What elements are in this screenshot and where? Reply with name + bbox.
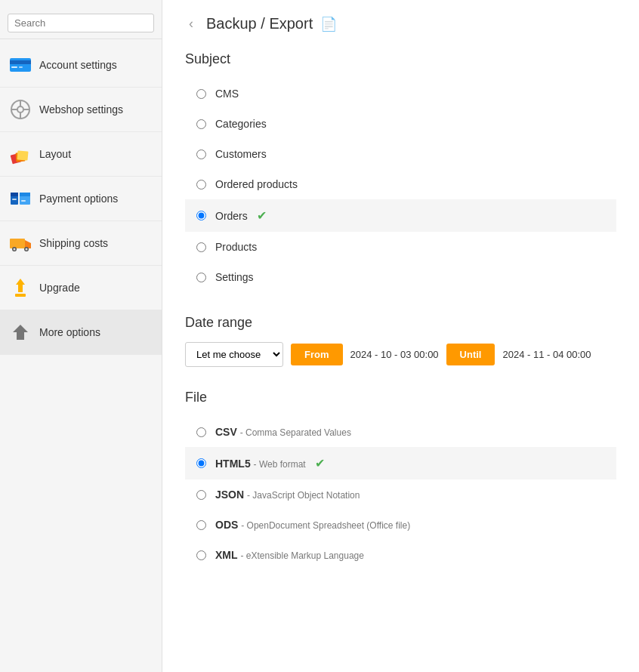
file-label-csv: CSV - Comma Separated Values xyxy=(215,426,351,438)
svg-rect-17 xyxy=(21,200,26,202)
subject-radio-settings[interactable] xyxy=(196,273,206,282)
sidebar: Account settings Webshop settings La xyxy=(0,0,162,672)
svg-point-24 xyxy=(26,248,28,251)
svg-point-5 xyxy=(17,106,23,113)
subject-radio-customers[interactable] xyxy=(196,150,206,159)
file-radio-group: CSV - Comma Separated Values HTML5 - Web… xyxy=(185,417,616,570)
main-content: ‹ Backup / Export 📄 Subject CMS Categori… xyxy=(162,0,639,672)
subject-radio-cms[interactable] xyxy=(196,89,206,99)
subject-option-customers[interactable]: Customers xyxy=(185,139,616,169)
subject-radio-ordered-products[interactable] xyxy=(196,180,206,190)
date-range-controls: Let me choose Today This week This month… xyxy=(185,342,616,367)
svg-rect-26 xyxy=(15,294,26,297)
subject-radio-products[interactable] xyxy=(196,242,206,252)
header-row: ‹ Backup / Export 📄 xyxy=(185,15,616,32)
until-value: 2024 - 11 - 04 00:00 xyxy=(502,349,591,360)
date-range-select[interactable]: Let me choose Today This week This month xyxy=(185,342,283,367)
sidebar-item-layout[interactable]: Layout xyxy=(0,132,162,177)
svg-rect-18 xyxy=(12,199,17,200)
svg-marker-25 xyxy=(16,279,25,292)
file-option-html5[interactable]: HTML5 - Web format ✔ xyxy=(185,447,616,479)
sidebar-item-more-options[interactable]: More options xyxy=(0,310,162,355)
file-label-xml: XML - eXtensible Markup Language xyxy=(215,549,364,561)
svg-rect-1 xyxy=(10,60,31,64)
sidebar-label-shipping-costs: Shipping costs xyxy=(39,237,108,249)
file-option-csv[interactable]: CSV - Comma Separated Values xyxy=(185,417,616,447)
page-title-icon: 📄 xyxy=(320,16,337,32)
svg-rect-12 xyxy=(17,150,29,160)
subject-option-categories[interactable]: Categories xyxy=(185,109,616,139)
page-title: Backup / Export 📄 xyxy=(206,15,337,32)
sidebar-item-upgrade[interactable]: Upgrade xyxy=(0,266,162,310)
sidebar-label-more-options: More options xyxy=(39,326,100,338)
file-label-ods: ODS - OpenDocument Spreadsheet (Office f… xyxy=(215,519,410,531)
file-option-ods[interactable]: ODS - OpenDocument Spreadsheet (Office f… xyxy=(185,510,616,540)
sidebar-label-upgrade: Upgrade xyxy=(39,282,80,294)
subject-label-products: Products xyxy=(215,241,257,253)
subject-label-orders: Orders ✔ xyxy=(215,208,267,223)
subject-option-settings[interactable]: Settings xyxy=(185,262,616,292)
search-input[interactable] xyxy=(8,14,154,32)
subject-radio-categories[interactable] xyxy=(196,119,206,129)
webshop-icon xyxy=(9,98,32,121)
upgrade-icon xyxy=(9,276,32,299)
file-radio-ods[interactable] xyxy=(196,520,206,530)
svg-rect-19 xyxy=(10,239,25,248)
svg-rect-2 xyxy=(11,66,17,68)
layout-icon xyxy=(9,143,32,165)
from-value: 2024 - 10 - 03 00:00 xyxy=(350,349,439,360)
file-radio-xml[interactable] xyxy=(196,550,206,560)
svg-rect-3 xyxy=(19,66,23,68)
back-button[interactable]: ‹ xyxy=(185,16,197,32)
subject-radio-group: CMS Categories Customers Ordered product… xyxy=(185,79,616,292)
file-section: File CSV - Comma Separated Values HTML5 … xyxy=(185,390,616,570)
subject-label-cms: CMS xyxy=(215,88,239,100)
subject-option-orders[interactable]: Orders ✔ xyxy=(185,199,616,232)
sidebar-label-webshop-settings: Webshop settings xyxy=(39,103,123,116)
file-radio-html5[interactable] xyxy=(196,458,206,468)
sidebar-item-account-settings[interactable]: Account settings xyxy=(0,43,162,88)
sidebar-label-account-settings: Account settings xyxy=(39,59,117,71)
payment-icon xyxy=(9,187,32,210)
svg-rect-16 xyxy=(20,193,30,196)
file-option-xml[interactable]: XML - eXtensible Markup Language xyxy=(185,540,616,570)
svg-marker-27 xyxy=(13,325,28,340)
subject-title: Subject xyxy=(185,51,616,67)
date-range-section: Date range Let me choose Today This week… xyxy=(185,315,616,367)
more-options-icon xyxy=(9,321,32,344)
file-label-html5: HTML5 - Web format ✔ xyxy=(215,456,325,470)
subject-option-products[interactable]: Products xyxy=(185,232,616,262)
from-button[interactable]: From xyxy=(291,344,343,365)
subject-label-categories: Categories xyxy=(215,118,267,130)
shipping-icon xyxy=(9,232,32,254)
sidebar-item-webshop-settings[interactable]: Webshop settings xyxy=(0,88,162,132)
page-title-text: Backup / Export xyxy=(206,15,313,32)
sidebar-item-shipping-costs[interactable]: Shipping costs xyxy=(0,221,162,266)
file-radio-csv[interactable] xyxy=(196,427,206,437)
search-container xyxy=(0,8,162,39)
sidebar-item-payment-options[interactable]: Payment options xyxy=(0,177,162,221)
svg-rect-0 xyxy=(10,58,31,72)
orders-check-icon: ✔ xyxy=(257,209,267,222)
svg-point-22 xyxy=(14,248,16,251)
subject-radio-orders[interactable] xyxy=(196,211,206,220)
file-radio-json[interactable] xyxy=(196,490,206,500)
subject-label-ordered-products: Ordered products xyxy=(215,178,298,190)
file-label-json: JSON - JavaScript Object Notation xyxy=(215,489,360,501)
sidebar-label-payment-options: Payment options xyxy=(39,193,118,205)
subject-option-ordered-products[interactable]: Ordered products xyxy=(185,169,616,199)
subject-label-customers: Customers xyxy=(215,148,267,160)
svg-rect-14 xyxy=(11,193,18,196)
subject-label-settings: Settings xyxy=(215,271,254,283)
sidebar-label-layout: Layout xyxy=(39,148,71,160)
file-title: File xyxy=(185,390,616,405)
subject-section: Subject CMS Categories Customers Ordered… xyxy=(185,51,616,292)
subject-option-cms[interactable]: CMS xyxy=(185,79,616,109)
html5-check-icon: ✔ xyxy=(315,457,325,470)
account-icon xyxy=(9,54,32,76)
file-option-json[interactable]: JSON - JavaScript Object Notation xyxy=(185,479,616,510)
until-button[interactable]: Until xyxy=(446,344,495,365)
date-range-title: Date range xyxy=(185,315,616,331)
